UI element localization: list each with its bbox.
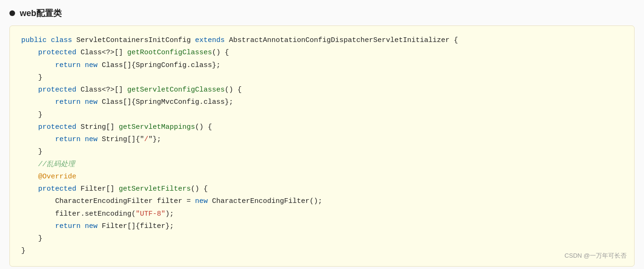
kw-new-4: new: [195, 197, 208, 205]
kw-public: public: [21, 36, 47, 44]
page-container: web配置类 public class ServletContainersIni…: [0, 0, 644, 269]
kw-new-1: new: [85, 61, 98, 69]
method-getServletFilters: getServletFilters: [119, 185, 191, 193]
kw-protected-2: protected: [38, 86, 76, 94]
code-line-comment: //乱码处理: [21, 159, 623, 171]
kw-extends: extends: [195, 36, 225, 44]
kw-protected-1: protected: [38, 49, 76, 57]
watermark: CSDN @一万年可长否: [564, 251, 627, 261]
method-getServletConfigClasses: getServletConfigClasses: [127, 86, 225, 94]
method-getServletMappings: getServletMappings: [119, 123, 195, 131]
code-line-1: public class ServletContainersInitConfig…: [21, 34, 623, 47]
code-line-16: return new Filter[]{filter};: [21, 220, 623, 233]
section-title: web配置类: [20, 8, 62, 19]
string-slash: /: [144, 135, 148, 143]
code-line-17: }: [21, 233, 623, 245]
kw-return-4: return: [55, 222, 81, 230]
code-line-14: CharacterEncodingFilter filter = new Cha…: [21, 195, 623, 208]
bullet-dot: [9, 10, 15, 16]
code-line-15: filter.setEncoding("UTF-8");: [21, 208, 623, 220]
code-line-13: protected Filter[] getServletFilters() {: [21, 183, 623, 195]
kw-return-3: return: [55, 135, 81, 143]
section-header: web配置类: [9, 8, 635, 19]
code-line-4: }: [21, 72, 623, 84]
kw-new-5: new: [85, 222, 98, 230]
kw-new-2: new: [85, 98, 98, 106]
code-line-annotation: @Override: [21, 171, 623, 183]
string-utf8: "UTF-8": [136, 210, 165, 218]
kw-protected-3: protected: [38, 123, 76, 131]
code-line-18: }: [21, 245, 623, 257]
method-getRootConfigClasses: getRootConfigClasses: [127, 49, 212, 57]
code-line-9: return new String[]{"/"};: [21, 134, 623, 146]
code-line-3: return new Class[]{SpringConfig.class};: [21, 59, 623, 72]
code-line-8: protected String[] getServletMappings() …: [21, 121, 623, 134]
kw-class: class: [51, 36, 72, 44]
kw-protected-4: protected: [38, 185, 76, 193]
code-line-7: }: [21, 109, 623, 121]
code-line-2: protected Class<?>[] getRootConfigClasse…: [21, 47, 623, 59]
code-line-6: return new Class[]{SpringMvcConfig.class…: [21, 96, 623, 109]
code-block: public class ServletContainersInitConfig…: [9, 25, 635, 267]
code-line-10: }: [21, 146, 623, 158]
code-line-5: protected Class<?>[] getServletConfigCla…: [21, 84, 623, 96]
kw-return-1: return: [55, 61, 81, 69]
kw-new-3: new: [85, 135, 98, 143]
kw-return-2: return: [55, 98, 81, 106]
